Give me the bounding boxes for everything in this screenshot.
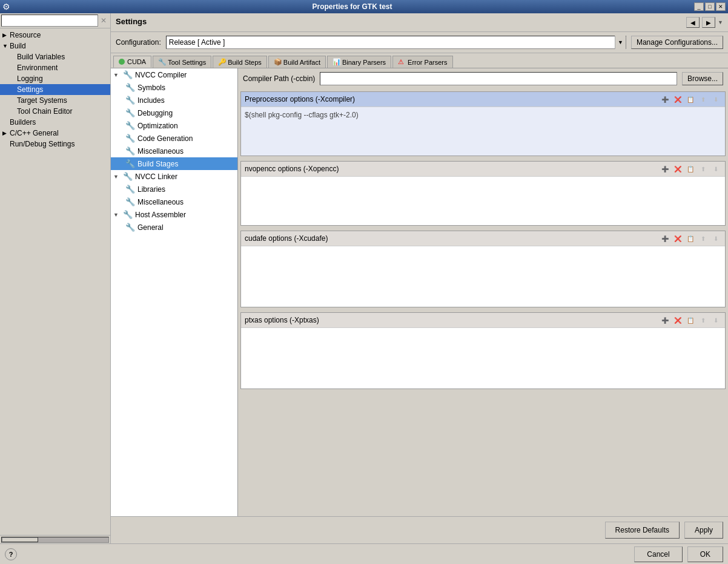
tree-item-debugging[interactable]: 🔧 Debugging xyxy=(111,107,237,119)
tree-item-nvcc-linker[interactable]: ▼ 🔧 NVCC Linker xyxy=(111,170,237,183)
help-button[interactable]: ? xyxy=(5,548,17,560)
tree-item-miscellaneous-compiler[interactable]: 🔧 Miscellaneous xyxy=(111,145,237,157)
tab-label: Tool Settings xyxy=(168,59,206,66)
copy-button[interactable]: 📋 xyxy=(685,94,696,104)
restore-defaults-button[interactable]: Restore Defaults xyxy=(605,522,680,539)
nav-forward-button[interactable]: ▶ xyxy=(702,17,715,28)
title-bar: ⚙ Properties for GTK test _ □ ✕ xyxy=(0,0,728,13)
tab-build-steps[interactable]: 🔑 Build Steps xyxy=(213,56,267,68)
move-down-button[interactable]: ⬇ xyxy=(710,234,721,243)
build-artifact-icon: 📦 xyxy=(274,59,281,66)
delete-button[interactable]: ❌ xyxy=(672,94,683,104)
config-select-wrapper[interactable]: Release [ Active ] ▼ xyxy=(166,36,626,49)
sidebar-item-label: Tool Chain Editor xyxy=(17,107,72,116)
main-panel: Settings ◀ ▶ ▼ Configuration: Release [ … xyxy=(111,13,728,543)
add-button[interactable]: ➕ xyxy=(660,94,670,104)
tab-cuda[interactable]: CUDA xyxy=(113,56,151,68)
tree-item-libraries[interactable]: 🔧 Libraries xyxy=(111,183,237,195)
config-label: Configuration: xyxy=(116,38,161,47)
nvopencc-options-label: nvopencc options (-Xopencc) xyxy=(245,165,339,173)
expand-arrow-icon: ▼ xyxy=(113,72,121,78)
tree-item-general[interactable]: 🔧 General xyxy=(111,221,237,234)
move-down-button[interactable]: ⬇ xyxy=(710,164,721,174)
includes-icon: 🔧 xyxy=(125,96,135,105)
move-up-button[interactable]: ⬆ xyxy=(698,94,709,104)
tree-item-label: Host Assembler xyxy=(135,211,186,219)
host-assembler-icon: 🔧 xyxy=(123,210,133,219)
build-stages-icon: 🔧 xyxy=(125,159,135,168)
tree-item-symbols[interactable]: 🔧 Symbols xyxy=(111,81,237,94)
sidebar-item-build-variables[interactable]: Build Variables xyxy=(0,51,110,62)
tree-item-label: NVCC Linker xyxy=(135,172,177,181)
add-button[interactable]: ➕ xyxy=(660,234,670,243)
cudafe-options-body xyxy=(241,246,725,307)
sidebar-item-label: Target Systems xyxy=(17,96,67,105)
search-clear-button[interactable]: ✕ xyxy=(98,15,109,26)
tab-binary-parsers[interactable]: 📊 Binary Parsers xyxy=(327,56,391,68)
tab-build-artifact[interactable]: 📦 Build Artifact xyxy=(268,56,326,68)
sidebar-tree: ▶ Resource ▼ Build Build Variables Envir… xyxy=(0,28,110,535)
window-controls[interactable]: _ □ ✕ xyxy=(694,2,726,11)
copy-button[interactable]: 📋 xyxy=(685,315,696,325)
sidebar-scrollbar[interactable] xyxy=(0,535,110,543)
sidebar-item-label: Build xyxy=(10,42,26,50)
compiler-path-input[interactable] xyxy=(320,72,677,85)
delete-button[interactable]: ❌ xyxy=(672,164,683,174)
ok-button[interactable]: OK xyxy=(687,546,723,562)
search-input[interactable] xyxy=(1,15,98,27)
tree-item-code-generation[interactable]: 🔧 Code Generation xyxy=(111,132,237,145)
sidebar-item-settings[interactable]: Settings xyxy=(0,84,110,95)
nav-back-button[interactable]: ◀ xyxy=(686,17,700,28)
copy-button[interactable]: 📋 xyxy=(685,164,696,174)
tree-item-label: Includes xyxy=(137,96,165,105)
move-down-button[interactable]: ⬇ xyxy=(710,94,721,104)
bottom-bar: Restore Defaults Apply xyxy=(111,516,728,543)
delete-button[interactable]: ❌ xyxy=(672,315,683,325)
move-up-button[interactable]: ⬆ xyxy=(698,234,709,243)
tab-tool-settings[interactable]: 🔧 Tool Settings xyxy=(153,56,211,68)
window-title: Properties for GTK test xyxy=(10,2,694,11)
move-down-button[interactable]: ⬇ xyxy=(710,315,721,325)
sidebar-item-target-systems[interactable]: Target Systems xyxy=(0,95,110,106)
sidebar-item-label: C/C++ General xyxy=(10,129,59,137)
nvopencc-options-section: nvopencc options (-Xopencc) ➕ ❌ 📋 ⬆ ⬇ xyxy=(240,161,726,226)
apply-button[interactable]: Apply xyxy=(684,522,723,539)
preprocessor-value: $(shell pkg-config --cflags gtk+-2.0) xyxy=(243,110,723,120)
tree-item-host-assembler[interactable]: ▼ 🔧 Host Assembler xyxy=(111,208,237,221)
ptxas-options-label: ptxas options (-Xptxas) xyxy=(245,316,319,324)
browse-button[interactable]: Browse... xyxy=(682,72,723,85)
tree-item-optimization[interactable]: 🔧 Optimization xyxy=(111,119,237,132)
maximize-button[interactable]: □ xyxy=(705,2,715,11)
sidebar-item-run-debug[interactable]: Run/Debug Settings xyxy=(0,139,110,149)
sidebar-search-bar[interactable]: ✕ xyxy=(0,13,110,28)
tree-item-includes[interactable]: 🔧 Includes xyxy=(111,94,237,107)
sidebar-item-resource[interactable]: ▶ Resource xyxy=(0,30,110,41)
sidebar-item-logging[interactable]: Logging xyxy=(0,73,110,84)
tree-pane: ▼ 🔧 NVCC Compiler 🔧 Symbols 🔧 Includes 🔧 xyxy=(111,68,238,516)
tree-item-miscellaneous-linker[interactable]: 🔧 Miscellaneous xyxy=(111,195,237,208)
move-up-button[interactable]: ⬆ xyxy=(698,315,709,325)
tree-item-label: Optimization xyxy=(137,122,178,130)
tree-item-nvcc-compiler[interactable]: ▼ 🔧 NVCC Compiler xyxy=(111,68,237,81)
copy-button[interactable]: 📋 xyxy=(685,234,696,243)
tree-item-build-stages[interactable]: 🔧 Build Stages xyxy=(111,157,237,170)
sidebar-item-build[interactable]: ▼ Build xyxy=(0,41,110,51)
config-dropdown-button[interactable]: ▼ xyxy=(615,36,626,49)
close-button[interactable]: ✕ xyxy=(716,2,726,11)
general-icon: 🔧 xyxy=(125,223,135,232)
binary-parsers-icon: 📊 xyxy=(333,59,340,66)
sidebar-item-tool-chain-editor[interactable]: Tool Chain Editor xyxy=(0,106,110,117)
add-button[interactable]: ➕ xyxy=(660,315,670,325)
add-button[interactable]: ➕ xyxy=(660,164,670,174)
manage-configurations-button[interactable]: Manage Configurations... xyxy=(631,36,723,49)
sidebar-item-cpp-general[interactable]: ▶ C/C++ General xyxy=(0,128,110,139)
tab-label: Build Artifact xyxy=(283,59,320,66)
sidebar-item-environment[interactable]: Environment xyxy=(0,62,110,73)
error-parsers-icon: ⚠ xyxy=(398,59,405,66)
cancel-button[interactable]: Cancel xyxy=(634,546,682,562)
delete-button[interactable]: ❌ xyxy=(672,234,683,243)
tab-error-parsers[interactable]: ⚠ Error Parsers xyxy=(392,56,452,68)
move-up-button[interactable]: ⬆ xyxy=(698,164,709,174)
sidebar-item-builders[interactable]: Builders xyxy=(0,117,110,128)
minimize-button[interactable]: _ xyxy=(694,2,704,11)
